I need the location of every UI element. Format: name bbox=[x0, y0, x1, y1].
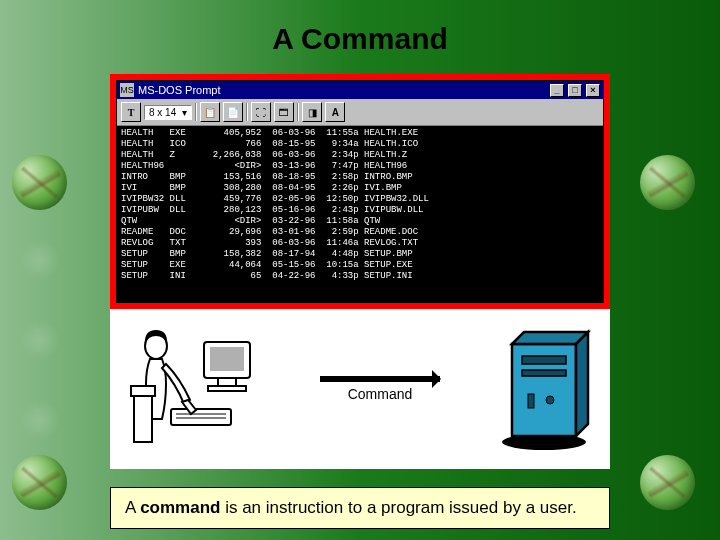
svg-rect-1 bbox=[210, 347, 244, 371]
window-title-text: MS-DOS Prompt bbox=[138, 84, 221, 96]
definition-term: command bbox=[140, 498, 220, 517]
font-size-value: 8 x 14 bbox=[149, 107, 176, 118]
slide-title: A Command bbox=[0, 0, 720, 56]
computer-tower-illustration bbox=[494, 324, 594, 454]
arrow-icon bbox=[320, 376, 440, 382]
svg-rect-9 bbox=[131, 386, 155, 396]
minimize-button[interactable]: _ bbox=[550, 84, 564, 97]
svg-rect-2 bbox=[218, 378, 236, 386]
svg-rect-3 bbox=[208, 386, 246, 391]
svg-rect-4 bbox=[171, 409, 231, 425]
svg-rect-13 bbox=[528, 394, 534, 408]
definition-box: A command is an instruction to a program… bbox=[110, 487, 610, 529]
control-menu-icon[interactable]: MS bbox=[120, 83, 134, 97]
arrow-label: Command bbox=[348, 386, 413, 402]
svg-rect-12 bbox=[522, 370, 566, 376]
screenshot-frame: MS MS-DOS Prompt _ □ × T 8 x 14 ▾ 📋 📄 ⛶ … bbox=[110, 74, 610, 309]
definition-suffix: is an instruction to a program issued by… bbox=[220, 498, 576, 517]
diagram-panel: Command bbox=[110, 309, 610, 469]
dos-toolbar: T 8 x 14 ▾ 📋 📄 ⛶ 🗔 ◨ A bbox=[117, 99, 603, 126]
chevron-down-icon: ▾ bbox=[182, 107, 187, 118]
globe-decoration bbox=[640, 155, 695, 210]
user-at-computer-illustration bbox=[126, 324, 266, 454]
properties-icon[interactable]: 🗔 bbox=[274, 102, 294, 122]
font-size-select[interactable]: 8 x 14 ▾ bbox=[144, 105, 192, 120]
copy-icon[interactable]: 📋 bbox=[200, 102, 220, 122]
close-button[interactable]: × bbox=[586, 84, 600, 97]
background-icon[interactable]: ◨ bbox=[302, 102, 322, 122]
svg-point-14 bbox=[546, 396, 554, 404]
globe-decoration bbox=[12, 455, 67, 510]
svg-rect-11 bbox=[522, 356, 566, 364]
maximize-button[interactable]: □ bbox=[568, 84, 582, 97]
globe-decoration bbox=[640, 455, 695, 510]
globe-decoration bbox=[12, 155, 67, 210]
dos-window: MS MS-DOS Prompt _ □ × T 8 x 14 ▾ 📋 📄 ⛶ … bbox=[116, 80, 604, 303]
fullscreen-icon[interactable]: ⛶ bbox=[251, 102, 271, 122]
definition-prefix: A bbox=[125, 498, 140, 517]
paste-icon[interactable]: 📄 bbox=[223, 102, 243, 122]
svg-rect-8 bbox=[134, 394, 152, 442]
font-a-icon[interactable]: A bbox=[325, 102, 345, 122]
window-titlebar: MS MS-DOS Prompt _ □ × bbox=[117, 81, 603, 99]
mark-icon[interactable]: T bbox=[121, 102, 141, 122]
terminal-output: HEALTH EXE 405,952 06-03-96 11:55a HEALT… bbox=[117, 126, 603, 302]
